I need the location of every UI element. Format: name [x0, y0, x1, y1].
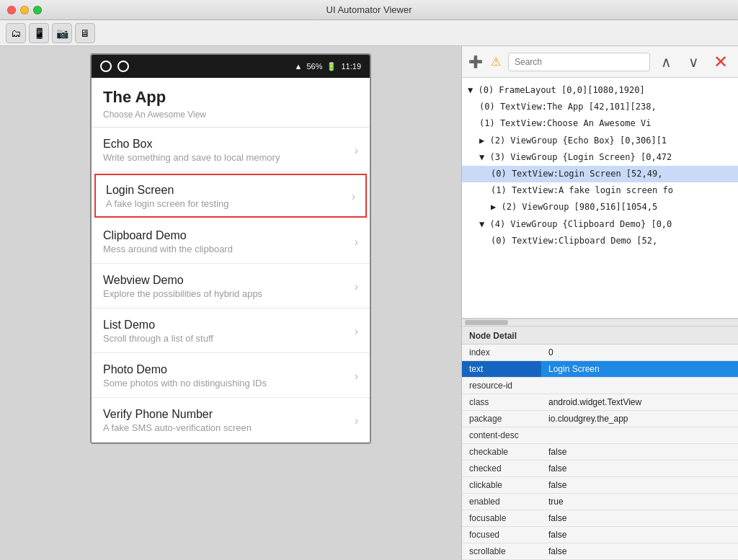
menu-item-text: List Demo Scroll through a list of stuff: [103, 319, 213, 344]
phone-frame: ▲ 56% 🔋 11:19 The App Choose An Awesome …: [90, 53, 371, 444]
right-panel: ➕ ⚠ ∧ ∨ ✕ ▼ (0) FrameLayout [0,0][1080,1…: [461, 46, 738, 560]
menu-item-echo-box[interactable]: Echo Box Write something and save to loc…: [92, 128, 370, 172]
traffic-lights[interactable]: [7, 6, 42, 14]
tree-view[interactable]: ▼ (0) FrameLayout [0,0][1080,1920](0) Te…: [462, 78, 738, 319]
node-detail-key: resource-id: [462, 378, 541, 394]
tree-node[interactable]: ▼ (0) FrameLayout [0,0][1080,1920]: [462, 82, 738, 99]
menu-item-title: Clipboard Demo: [103, 229, 233, 242]
menu-item-text: Webview Demo Explore the possibilities o…: [103, 274, 262, 299]
toolbar-screenshot-button[interactable]: 📷: [52, 23, 72, 43]
node-detail-key: text: [462, 361, 541, 378]
close-icon[interactable]: ✕: [709, 50, 732, 74]
chevron-right-icon: ›: [355, 280, 358, 293]
status-circle-icon: [100, 61, 112, 72]
tree-node[interactable]: ▼ (4) ViewGroup {Clipboard Demo} [0,0: [462, 216, 738, 233]
tree-node[interactable]: (0) TextView:The App [42,101][238,: [462, 99, 738, 115]
menu-item-subtitle: Mess around with the clipboard: [103, 244, 233, 254]
menu-item-text: Echo Box Write something and save to loc…: [103, 138, 280, 163]
battery-level: 56%: [306, 62, 322, 71]
menu-item-text: Photo Demo Some photos with no distingui…: [103, 363, 267, 388]
chevron-right-icon: ›: [355, 144, 358, 157]
toolbar-device-button[interactable]: 📱: [29, 23, 49, 43]
minimize-button[interactable]: [20, 6, 29, 14]
tree-node[interactable]: ▼ (3) ViewGroup {Login Screen} [0,472: [462, 149, 738, 166]
node-detail-row: scrollable false: [462, 543, 738, 560]
menu-item-title: Echo Box: [103, 138, 280, 151]
add-node-icon[interactable]: ➕: [468, 54, 484, 70]
warning-icon[interactable]: ⚠: [488, 54, 504, 70]
chevron-right-icon: ›: [355, 414, 358, 427]
menu-item-title: Photo Demo: [103, 363, 267, 376]
node-detail-key: enabled: [462, 494, 541, 510]
node-detail-row: content-desc: [462, 427, 738, 444]
clock: 11:19: [341, 62, 361, 71]
menu-item-subtitle: Scroll through a list of stuff: [103, 333, 213, 344]
signal-icon: ▲: [295, 62, 303, 71]
node-detail-value: true: [541, 494, 738, 510]
node-detail-key: scrollable: [462, 543, 541, 560]
node-detail-row: checkable false: [462, 444, 738, 461]
nav-up-button[interactable]: ∧: [654, 50, 677, 74]
toolbar-monitor-button[interactable]: 🖥: [75, 23, 95, 43]
node-detail-row: enabled true: [462, 494, 738, 510]
tree-node[interactable]: (0) TextView:Login Screen [52,49,: [462, 166, 738, 182]
node-detail-value: false: [541, 461, 738, 477]
node-detail-row: resource-id: [462, 378, 738, 394]
chevron-right-icon: ›: [352, 190, 355, 203]
left-panel: ▲ 56% 🔋 11:19 The App Choose An Awesome …: [0, 46, 461, 560]
menu-item-login-screen[interactable]: Login Screen A fake login screen for tes…: [94, 174, 367, 218]
node-detail-value: [541, 378, 738, 394]
node-detail-key: clickable: [462, 477, 541, 494]
toolbar: 🗂 📱 📷 🖥: [0, 20, 738, 46]
node-detail-row: clickable false: [462, 477, 738, 494]
menu-item-list-demo[interactable]: List Demo Scroll through a list of stuff…: [92, 308, 370, 353]
app-title: The App: [92, 78, 370, 110]
battery-icon: 🔋: [326, 62, 337, 71]
chevron-right-icon: ›: [355, 325, 358, 338]
node-detail-row: class android.widget.TextView: [462, 394, 738, 411]
node-detail-row: package io.cloudgrey.the_app: [462, 411, 738, 427]
node-detail-key: focusable: [462, 510, 541, 527]
menu-item-subtitle: Some photos with no distinguishing IDs: [103, 378, 267, 388]
node-detail-value: 0: [541, 345, 738, 361]
menu-item-title: Login Screen: [106, 184, 229, 197]
node-detail-value: false: [541, 444, 738, 461]
node-detail-value: Login Screen: [541, 361, 738, 378]
close-button[interactable]: [7, 6, 16, 14]
node-detail-key: class: [462, 394, 541, 411]
menu-item-webview-demo[interactable]: Webview Demo Explore the possibilities o…: [92, 264, 370, 308]
tree-node[interactable]: ▶ (2) ViewGroup [980,516][1054,5: [462, 199, 738, 215]
node-detail-value: io.cloudgrey.the_app: [541, 411, 738, 427]
node-detail-panel: Node Detail index 0 text Login Screen re…: [462, 326, 738, 560]
maximize-button[interactable]: [33, 6, 42, 14]
tree-node[interactable]: (1) TextView:A fake login screen fo: [462, 182, 738, 199]
node-detail-value: false: [541, 543, 738, 560]
search-input[interactable]: [508, 53, 650, 71]
menu-item-text: Verify Phone Number A fake SMS auto-veri…: [103, 408, 252, 433]
node-detail-row: focusable false: [462, 510, 738, 527]
status-ring-icon: [117, 61, 129, 72]
menu-item-clipboard-demo[interactable]: Clipboard Demo Mess around with the clip…: [92, 219, 370, 264]
menu-item-title: Webview Demo: [103, 274, 262, 287]
toolbar-folder-button[interactable]: 🗂: [6, 23, 26, 43]
main-area: ▲ 56% 🔋 11:19 The App Choose An Awesome …: [0, 46, 738, 560]
node-detail-key: package: [462, 411, 541, 427]
app-subtitle: Choose An Awesome View: [92, 110, 370, 127]
tree-node[interactable]: (1) TextView:Choose An Awesome Vi: [462, 115, 738, 132]
menu-item-text: Login Screen A fake login screen for tes…: [106, 184, 229, 209]
nav-down-button[interactable]: ∨: [682, 50, 705, 74]
menu-item-photo-demo[interactable]: Photo Demo Some photos with no distingui…: [92, 353, 370, 398]
menu-items-container: Echo Box Write something and save to loc…: [92, 128, 370, 443]
menu-item-subtitle: Write something and save to local memory: [103, 152, 280, 163]
menu-item-title: List Demo: [103, 319, 213, 332]
node-detail-value: [541, 427, 738, 444]
tree-node[interactable]: (0) TextView:Clipboard Demo [52,: [462, 233, 738, 249]
menu-item-verify-phone-number[interactable]: Verify Phone Number A fake SMS auto-veri…: [92, 398, 370, 443]
node-detail-key: checked: [462, 461, 541, 477]
scrollbar-thumb[interactable]: [465, 320, 508, 325]
node-detail-row: text Login Screen: [462, 361, 738, 378]
horizontal-scrollbar[interactable]: [462, 319, 738, 326]
tree-node[interactable]: ▶ (2) ViewGroup {Echo Box} [0,306][1: [462, 133, 738, 149]
menu-item-subtitle: A fake SMS auto-verification screen: [103, 422, 252, 433]
window-title: UI Automator Viewer: [326, 4, 412, 15]
